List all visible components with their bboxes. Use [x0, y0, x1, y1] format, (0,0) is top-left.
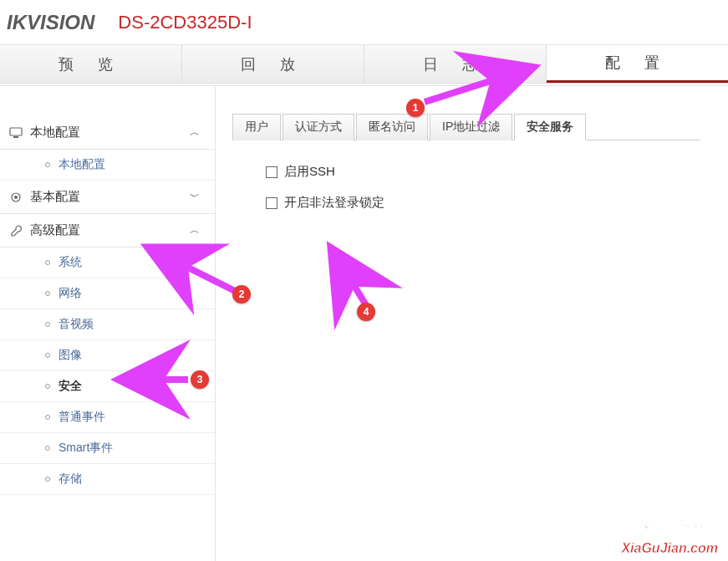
bullet-icon [45, 322, 50, 327]
bullet-icon [45, 353, 50, 358]
subtab-auth[interactable]: 认证方式 [283, 114, 354, 140]
sidebar-section-advanced[interactable]: 高级配置 ︿ [0, 214, 215, 247]
gear-icon [8, 190, 23, 205]
sidebar-section-label: 基本配置 [30, 189, 80, 205]
sidebar-section-label: 高级配置 [30, 222, 80, 238]
bullet-icon [45, 260, 50, 265]
content-pane: 用户 认证方式 匿名访问 IP地址过滤 安全服务 启用SSH 开启非法登录锁定 [216, 86, 728, 561]
sidebar-item-label: 普通事件 [59, 410, 105, 425]
sidebar-item-label: 本地配置 [59, 157, 105, 172]
watermark-en: XiaGuJian.com [621, 541, 718, 556]
tab-preview[interactable]: 预 览 [0, 45, 182, 83]
sidebar-item-label: 网络 [59, 286, 82, 301]
subtab-anonymous[interactable]: 匿名访问 [356, 114, 428, 140]
annotation-badge-3: 3 [191, 370, 209, 389]
monitor-icon [8, 125, 23, 140]
sidebar-item-label: 图像 [59, 348, 82, 363]
sidebar-item-storage[interactable]: 存储 [0, 464, 215, 495]
sidebar-item-network[interactable]: 网络 [0, 278, 215, 309]
enable-lockout-row: 开启非法登录锁定 [266, 195, 728, 211]
bullet-icon [45, 477, 50, 482]
sidebar-item-system[interactable]: 系统 [0, 247, 215, 278]
svg-rect-0 [10, 128, 22, 135]
enable-ssh-label: 启用SSH [284, 164, 335, 180]
sidebar-section-label: 本地配置 [30, 125, 80, 140]
sidebar-section-basic[interactable]: 基本配置 ﹀ [0, 181, 215, 214]
tab-playback[interactable]: 回 放 [182, 45, 364, 83]
bullet-icon [45, 384, 50, 389]
sidebar-item-label: 安全 [59, 379, 82, 394]
sidebar-item-label: 系统 [59, 255, 82, 270]
tab-config[interactable]: 配 置 [547, 45, 728, 83]
bullet-icon [45, 446, 50, 451]
annotation-badge-1: 1 [406, 99, 425, 117]
brand-logo: IKVISION [7, 11, 94, 34]
header-bar: IKVISION DS-2CD3325D-I [0, 0, 728, 45]
security-options: 启用SSH 开启非法登录锁定 [232, 140, 728, 211]
enable-ssh-checkbox[interactable] [266, 166, 277, 178]
tab-log[interactable]: 日 志 [364, 45, 547, 83]
sidebar-item-label: 音视频 [59, 317, 94, 332]
bullet-icon [45, 162, 50, 167]
sidebar-item-audiovideo[interactable]: 音视频 [0, 309, 215, 340]
wrench-icon [8, 223, 23, 238]
sidebar-item-image[interactable]: 图像 [0, 340, 215, 371]
subtab-ipfilter[interactable]: IP地址过滤 [430, 114, 512, 140]
enable-lockout-label: 开启非法登录锁定 [284, 195, 384, 211]
chevron-up-icon: ︿ [190, 125, 200, 140]
sidebar: 本地配置 ︿ 本地配置 基本配置 ﹀ 高级配置 ︿ 系统 网络 音视频 图像 安… [0, 86, 216, 561]
annotation-badge-2: 2 [232, 285, 251, 303]
device-model: DS-2CD3325D-I [118, 12, 252, 33]
sidebar-item-security[interactable]: 安全 [0, 371, 215, 402]
annotation-badge-4: 4 [357, 303, 375, 321]
bullet-icon [45, 415, 50, 420]
sidebar-item-label: 存储 [59, 472, 82, 487]
chevron-up-icon: ︿ [190, 223, 200, 237]
svg-point-3 [14, 196, 18, 199]
sub-tab-bar: 用户 认证方式 匿名访问 IP地址过滤 安全服务 [232, 113, 700, 140]
chevron-down-icon: ﹀ [190, 190, 200, 204]
bullet-icon [45, 291, 50, 296]
top-tab-bar: 预 览 回 放 日 志 配 置 [0, 45, 728, 84]
enable-lockout-checkbox[interactable] [266, 197, 277, 209]
watermark-cn: 下固件网 [621, 516, 718, 541]
sidebar-item-smart-events[interactable]: Smart事件 [0, 433, 215, 464]
watermark: 下固件网 XiaGuJian.com [621, 516, 718, 556]
subtab-security-service[interactable]: 安全服务 [514, 114, 586, 140]
sidebar-section-local[interactable]: 本地配置 ︿ [0, 116, 215, 150]
enable-ssh-row: 启用SSH [266, 164, 728, 180]
subtab-user[interactable]: 用户 [232, 114, 281, 140]
sidebar-item-label: Smart事件 [59, 441, 113, 456]
svg-rect-1 [13, 136, 18, 138]
sidebar-item-local-config[interactable]: 本地配置 [0, 150, 215, 181]
sidebar-item-normal-events[interactable]: 普通事件 [0, 402, 215, 433]
